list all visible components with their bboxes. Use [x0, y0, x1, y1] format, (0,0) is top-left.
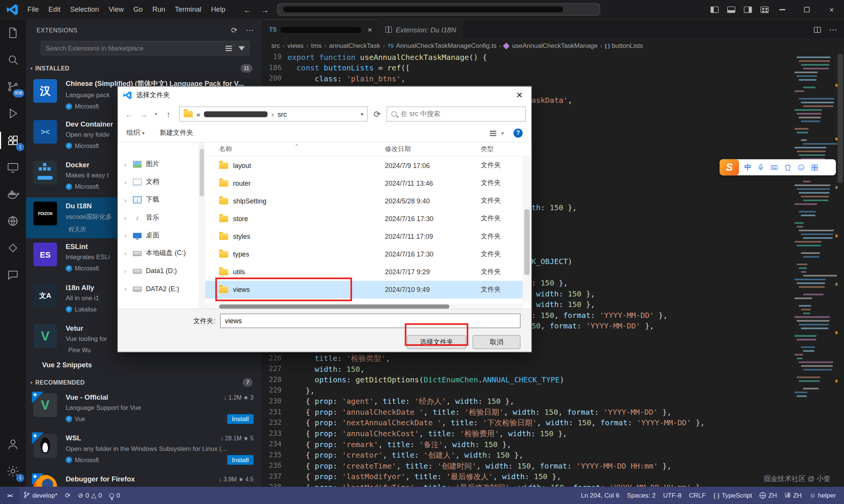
keyboard-icon[interactable] [770, 163, 778, 171]
file-row[interactable]: store2024/7/16 17:30文件夹 [205, 210, 531, 228]
section-header-installed[interactable]: ▾INSTALLED11 [26, 62, 262, 75]
helper[interactable]: ☺helper [806, 487, 840, 504]
remote-explorer-icon[interactable] [0, 154, 26, 180]
menu-edit[interactable]: Edit [44, 0, 66, 19]
breadcrumb-item[interactable]: [ ]buttonLists [605, 42, 643, 49]
view-mode-icon[interactable]: ▾ [490, 130, 504, 136]
filter-icon[interactable] [239, 46, 245, 50]
menu-view[interactable]: View [104, 0, 129, 19]
code-line[interactable]: 227width: 150, [263, 363, 795, 374]
address-dropdown-icon[interactable]: ▾ [361, 111, 363, 117]
breadcrumb-item[interactable]: annualCheckTask [329, 42, 380, 49]
encoding[interactable]: UTF-8 [659, 487, 685, 504]
forward-icon[interactable]: → [261, 5, 269, 14]
emoji-icon[interactable] [797, 163, 805, 171]
refresh-icon[interactable]: ⟳ [374, 109, 381, 119]
code-line[interactable]: 236{ prop: 'createTime', title: '创建时间', … [263, 460, 795, 471]
sync[interactable]: ⟳ [61, 487, 74, 504]
refresh-extensions-icon[interactable]: ⟳ [231, 26, 237, 35]
help-button[interactable]: ? [513, 128, 522, 137]
code-line[interactable]: 234{ prop: 'remark', title: '备注', width:… [263, 439, 795, 450]
editor-more-actions-icon[interactable]: ⋯ [829, 24, 838, 35]
code-line[interactable]: 231{ prop: 'annualCheckDate ', title: '检… [263, 407, 795, 418]
code-line[interactable]: 200class: 'plain_btns', [263, 73, 795, 84]
tab-active-file[interactable]: TS × [263, 19, 379, 40]
toggle-secondary-sidebar-icon[interactable] [744, 6, 752, 13]
code-line[interactable]: 229}, [263, 385, 795, 396]
tree-scrollbar[interactable] [199, 142, 205, 310]
split-editor-icon[interactable] [814, 27, 821, 33]
toggle-panel-icon[interactable] [727, 6, 735, 13]
file-row[interactable]: views2024/7/10 9:49文件夹 [205, 281, 531, 298]
path-current-folder[interactable]: src [277, 110, 287, 118]
tree-item[interactable]: ›桌面 [118, 226, 199, 244]
organize-button[interactable]: 组织▾ [127, 128, 145, 137]
breadcrumb-item[interactable]: views [288, 42, 304, 49]
tree-item[interactable]: ›Data1 (D:) [118, 262, 199, 279]
problems[interactable]: ⊘0△0 [74, 487, 106, 504]
settings-icon[interactable]: 1 [0, 458, 26, 484]
extension-item[interactable]: ★Debugger for Firefox↓ 3.9M ★ 4.5Debug y… [26, 470, 262, 487]
tab-extension-du-i18n[interactable]: Extension: Du I18N [379, 19, 463, 40]
code-line[interactable]: 237{ prop: 'lastModifyor', title: '最后修改人… [263, 471, 795, 482]
lang-zh-2[interactable]: 译ZH [781, 487, 806, 504]
menu-selection[interactable]: Selection [65, 0, 104, 19]
extensions-search-input[interactable] [46, 44, 225, 52]
file-row[interactable]: router2024/7/11 13:46文件夹 [205, 174, 531, 192]
code-line[interactable]: 238{ prop: 'lastModifyTime', title: '最后修… [263, 482, 795, 487]
nav-up-icon[interactable]: ↑ [162, 110, 174, 119]
lang-zh-1[interactable]: ZH [756, 487, 781, 504]
extensions-icon[interactable]: 1 [0, 127, 26, 154]
diamond-tool-icon[interactable] [0, 235, 26, 261]
install-button[interactable]: Install [227, 455, 253, 465]
tree-item[interactable]: ›音乐 [118, 209, 199, 226]
more-actions-icon[interactable]: ⋯ [246, 26, 254, 35]
globe-tool-icon[interactable] [0, 208, 26, 234]
code-line[interactable]: 235{ prop: 'creator', title: '创建人', widt… [263, 450, 795, 461]
close-window-button[interactable]: × [819, 0, 844, 19]
tree-item[interactable]: ›下载 [118, 191, 199, 209]
eol[interactable]: CRLF [685, 487, 710, 504]
cancel-button[interactable]: 取消 [473, 335, 521, 349]
file-row[interactable]: utils2024/7/17 9:29文件夹 [205, 263, 531, 281]
breadcrumb-item[interactable]: src [271, 42, 280, 49]
breadcrumb-item[interactable]: TSAnnualCheckTaskManageConfig.ts [388, 42, 496, 49]
menu-help[interactable]: Help [206, 0, 230, 19]
code-line[interactable]: 232{ prop: 'nextAnnualCheckDate ', title… [263, 417, 795, 428]
back-icon[interactable]: ← [243, 5, 251, 14]
run-and-debug-icon[interactable] [0, 100, 26, 127]
path-collapse[interactable]: « [196, 110, 200, 118]
sogou-logo-icon[interactable]: S [720, 159, 739, 176]
file-row[interactable]: types2024/7/16 17:30文件夹 [205, 245, 531, 263]
column-header-0[interactable]: 名称 [219, 145, 385, 154]
section-header-recommended[interactable]: ▾RECOMMENDED7 [26, 376, 262, 389]
tree-item[interactable]: ›图片 [118, 156, 199, 173]
dialog-close-icon[interactable]: ✕ [508, 87, 532, 104]
code-line[interactable]: 186const buttonLists = ref([ [263, 63, 795, 73]
extension-item[interactable]: ★WSL↓ 28.1M ★ 5Open any folder in the Wi… [26, 430, 262, 471]
folder-name-input[interactable] [220, 313, 521, 328]
file-row[interactable]: shlpSetting2024/5/28 9:40文件夹 [205, 192, 531, 210]
menu-terminal[interactable]: Terminal [170, 0, 206, 19]
minimap[interactable] [795, 52, 836, 487]
dialog-search-box[interactable]: 在 src 中搜索 [387, 107, 526, 122]
git-branch[interactable]: develop* [19, 487, 61, 504]
skin-icon[interactable] [784, 163, 792, 171]
breadcrumb-item[interactable]: tms [311, 42, 322, 49]
file-row[interactable]: styles2024/7/11 17:09文件夹 [205, 228, 531, 245]
editor-scrollbar[interactable] [836, 52, 844, 487]
code-line[interactable]: 233{ prop: 'annualCheckCost', title: '检验… [263, 428, 795, 439]
new-folder-button[interactable]: 新建文件夹 [159, 128, 193, 137]
language-mode[interactable]: { }TypeScript [709, 487, 756, 504]
recent-locations-icon[interactable]: ▾ [152, 111, 160, 117]
ports[interactable]: 0 [106, 487, 124, 504]
source-control-icon[interactable]: 856 [0, 73, 26, 100]
explorer-icon[interactable] [0, 19, 26, 46]
remote-indicator[interactable]: >< [0, 487, 19, 504]
install-button[interactable]: Install [227, 414, 253, 424]
code-line[interactable]: 228options: getDictOptions(DictEnumChen.… [263, 374, 795, 385]
indentation[interactable]: Spaces: 2 [623, 487, 659, 504]
address-bar[interactable]: « › src ▾ [179, 107, 368, 122]
tree-item[interactable]: ›DATA2 (E:) [118, 280, 199, 298]
toggle-sidebar-icon[interactable] [711, 6, 718, 13]
